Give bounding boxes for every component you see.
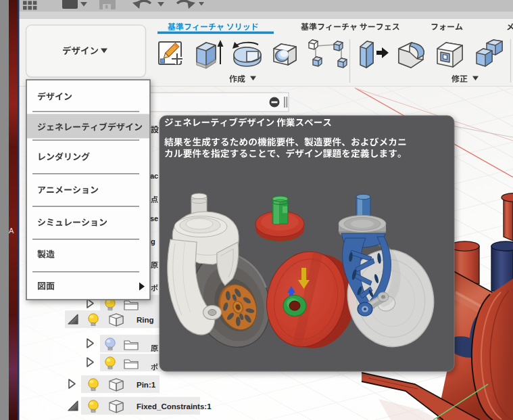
svg-text:ac: ac [150,172,158,180]
svg-text:se: se [150,214,158,223]
svg-text:g: g [151,237,155,246]
svg-text:Pin:1: Pin:1 [137,381,156,389]
svg-text:Ring: Ring [137,316,154,324]
svg-text:A: A [9,227,14,235]
svg-text:Fixed_Constraints:1: Fixed_Constraints:1 [137,402,212,411]
